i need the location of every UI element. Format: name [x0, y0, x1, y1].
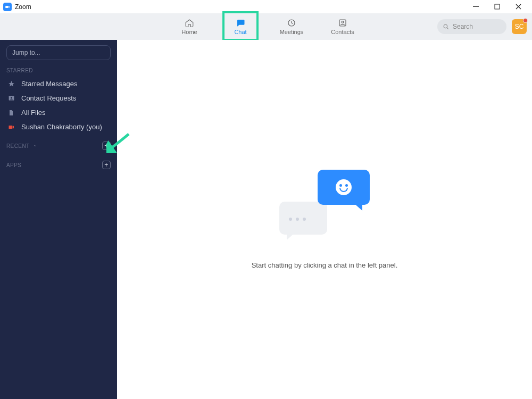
sidebar-item-label: Starred Messages: [21, 80, 78, 88]
section-apps[interactable]: Apps +: [6, 161, 111, 169]
nav-home-label: Home: [181, 29, 197, 35]
close-button[interactable]: [508, 0, 529, 13]
svg-point-7: [10, 97, 12, 98]
status-dot-icon: [523, 18, 528, 23]
search-input[interactable]: Search: [437, 19, 506, 34]
nav-chat-label: Chat: [234, 29, 246, 35]
main-panel: Start chatting by clicking a chat in the…: [117, 40, 532, 399]
svg-rect-0: [473, 6, 479, 7]
minimize-button[interactable]: [465, 0, 486, 13]
section-apps-label: Apps: [6, 162, 21, 168]
section-recent[interactable]: Recent +: [6, 142, 111, 150]
nav-meetings-label: Meetings: [280, 29, 304, 35]
sidebar-item-label: All Files: [21, 109, 46, 117]
jump-to-input[interactable]: Jump to...: [6, 45, 111, 60]
window-title: Zoom: [15, 3, 31, 11]
sidebar-item-contact-requests[interactable]: Contact Requests: [6, 91, 111, 105]
clock-icon: [287, 18, 296, 28]
nav-chat[interactable]: Chat: [227, 18, 254, 35]
sidebar-item-starred-messages[interactable]: Starred Messages: [6, 77, 111, 91]
nav-contacts-label: Contacts: [331, 29, 354, 35]
camera-icon: [7, 124, 15, 130]
chat-icon: [236, 18, 245, 28]
nav-contacts[interactable]: Contacts: [329, 18, 356, 35]
search-placeholder: Search: [453, 23, 473, 30]
contact-request-icon: [7, 95, 15, 102]
section-starred: Starred: [6, 68, 111, 73]
home-icon: [185, 18, 194, 28]
add-recent-button[interactable]: +: [102, 142, 111, 150]
top-nav: Home Chat Meetings Contacts Search SC: [0, 13, 532, 40]
sidebar-item-label: Contact Requests: [21, 94, 76, 102]
window-controls: [465, 0, 529, 13]
empty-chat-illustration: [279, 170, 370, 239]
file-icon: [7, 109, 15, 117]
nav-home[interactable]: Home: [176, 18, 203, 35]
chevron-down-icon: [33, 143, 37, 149]
section-starred-label: Starred: [6, 68, 33, 73]
user-avatar[interactable]: SC: [512, 19, 527, 34]
titlebar: Zoom: [0, 0, 532, 13]
add-app-button[interactable]: +: [102, 161, 111, 169]
empty-state-text: Start chatting by clicking a chat in the…: [252, 261, 398, 269]
sidebar-item-self[interactable]: Sushan Chakraborty (you): [6, 120, 111, 134]
bubble-front-icon: [318, 170, 370, 205]
svg-rect-1: [495, 4, 500, 9]
star-icon: [7, 80, 15, 87]
sidebar-item-label: Sushan Chakraborty (you): [21, 123, 102, 131]
avatar-initials: SC: [515, 23, 524, 30]
svg-point-5: [444, 24, 447, 28]
typing-dots-icon: [289, 218, 306, 221]
svg-point-4: [342, 21, 344, 23]
search-icon: [443, 23, 450, 30]
nav-meetings[interactable]: Meetings: [278, 18, 305, 35]
sidebar: Jump to... Starred Starred Messages Cont…: [0, 40, 117, 399]
zoom-logo-icon: [3, 3, 12, 11]
jump-to-placeholder: Jump to...: [12, 49, 40, 56]
sidebar-item-all-files[interactable]: All Files: [6, 105, 111, 120]
contacts-icon: [338, 18, 347, 28]
smiley-icon: [336, 179, 352, 195]
maximize-button[interactable]: [486, 0, 508, 13]
section-recent-label: Recent: [6, 143, 30, 149]
